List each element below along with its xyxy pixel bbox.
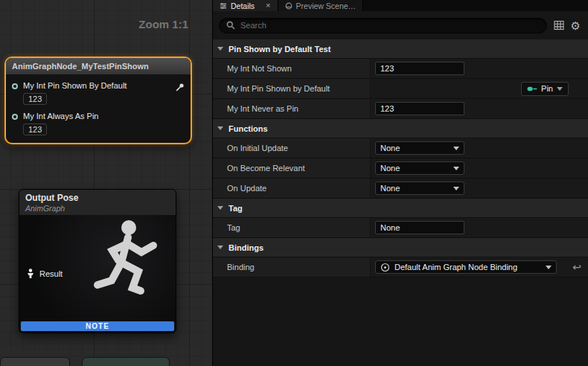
- function-select[interactable]: None: [375, 182, 464, 195]
- chevron-down-icon: [453, 147, 459, 150]
- chevron-down-icon: [217, 126, 223, 130]
- property-row-binding: Binding Default Anim Graph Node Binding …: [213, 257, 588, 277]
- category-title: Bindings: [229, 243, 263, 252]
- chevron-down-icon: [217, 47, 223, 51]
- property-label: On Become Relevant: [213, 158, 371, 178]
- function-select[interactable]: None: [375, 141, 464, 155]
- search-input[interactable]: [240, 21, 540, 30]
- binding-dropdown[interactable]: Default Anim Graph Node Binding: [375, 260, 557, 274]
- select-value: None: [380, 144, 400, 152]
- property-row-tag: Tag: [213, 218, 588, 238]
- node-title-bar[interactable]: AnimGraphNode_MyTestPinShown: [6, 58, 191, 74]
- tab-label: Details: [231, 1, 255, 10]
- node-title-bar[interactable]: Output Pose AnimGraph: [19, 190, 176, 215]
- category-title: Tag: [229, 204, 243, 213]
- category-title: Pin Shown by Default Test: [229, 45, 330, 54]
- property-row-on-become-relevant: On Become Relevant None: [213, 158, 588, 179]
- chevron-down-icon: [453, 187, 459, 190]
- mannequin-figure: [83, 215, 171, 321]
- property-label: My Int Never as Pin: [213, 99, 371, 118]
- property-row-my-int-not-shown: My Int Not Shown: [213, 59, 588, 79]
- panel-tab-bar: Details × Preview Scene…: [213, 0, 588, 11]
- chevron-down-icon: [453, 167, 459, 170]
- int-value-field[interactable]: [375, 62, 464, 75]
- pin-icon: [527, 86, 537, 92]
- node-pin-row: My Int Pin Shown By Default 123: [6, 74, 191, 105]
- property-label: My Int Not Shown: [213, 59, 371, 78]
- revert-arrow-icon[interactable]: ↩: [572, 262, 581, 272]
- offscreen-node-partial[interactable]: [0, 357, 70, 366]
- property-row-my-int-never-pin: My Int Never as Pin: [213, 99, 588, 119]
- pin-label: My Int Always As Pin: [23, 112, 98, 121]
- pin-visibility-icon[interactable]: [176, 83, 185, 92]
- property-row-my-int-pin-shown: My Int Pin Shown by Default Pin: [213, 79, 588, 99]
- property-label: On Initial Update: [213, 138, 371, 158]
- search-icon: [226, 21, 235, 30]
- unreal-editor-window: Zoom 1:1 AnimGraphNode_MyTestPinShown My…: [0, 0, 588, 366]
- property-list: Pin Shown by Default Test My Int Not Sho…: [213, 39, 588, 366]
- binding-icon: [380, 263, 390, 272]
- pin-state-value: Pin: [541, 84, 553, 93]
- binding-value: Default Anim Graph Node Binding: [394, 263, 517, 272]
- node-subtitle: AnimGraph: [25, 204, 170, 213]
- preview-scene-tab-icon: [285, 2, 293, 10]
- search-input-container[interactable]: [219, 18, 547, 33]
- settings-gear-icon[interactable]: ⚙: [571, 20, 581, 31]
- category-header-functions[interactable]: Functions: [213, 119, 588, 138]
- pose-preview-area: Result: [19, 215, 176, 321]
- result-pin-label: Result: [39, 269, 63, 278]
- node-title: Output Pose: [25, 193, 170, 203]
- pin-state-dropdown[interactable]: Pin: [521, 82, 569, 96]
- property-label: Binding: [213, 257, 371, 277]
- category-header-pin-shown[interactable]: Pin Shown by Default Test: [213, 39, 588, 59]
- select-value: None: [380, 164, 400, 173]
- category-title: Functions: [229, 124, 268, 133]
- pin-value-box[interactable]: 123: [23, 93, 47, 105]
- chevron-down-icon: [557, 87, 563, 91]
- select-value: None: [380, 184, 400, 193]
- int-pin-icon[interactable]: [12, 114, 18, 120]
- property-label: On Update: [213, 179, 371, 198]
- property-label: My Int Pin Shown by Default: [213, 79, 371, 98]
- result-pin-row[interactable]: Result: [26, 269, 63, 278]
- pin-label: My Int Pin Shown By Default: [23, 81, 127, 90]
- pin-value-box[interactable]: 123: [23, 123, 47, 135]
- int-pin-icon[interactable]: [12, 83, 18, 89]
- node-pin-row: My Int Always As Pin 123: [6, 105, 191, 135]
- details-panel: Details × Preview Scene… ⚙: [212, 0, 588, 366]
- chevron-down-icon: [217, 245, 223, 249]
- details-toolbar: ⚙: [213, 11, 588, 39]
- chevron-down-icon: [546, 266, 552, 269]
- category-header-bindings[interactable]: Bindings: [213, 238, 588, 257]
- grid-view-icon[interactable]: [554, 20, 564, 30]
- property-label: Tag: [213, 218, 371, 237]
- tab-details[interactable]: Details ×: [213, 0, 278, 11]
- function-select[interactable]: None: [375, 161, 464, 175]
- int-value-field[interactable]: [375, 102, 464, 115]
- chevron-down-icon: [217, 206, 223, 210]
- node-note-bar: NOTE: [21, 321, 174, 331]
- close-icon[interactable]: ×: [266, 1, 270, 10]
- anim-graph-canvas[interactable]: Zoom 1:1 AnimGraphNode_MyTestPinShown My…: [0, 0, 212, 366]
- zoom-level-label: Zoom 1:1: [138, 18, 188, 30]
- pose-pin-icon: [26, 269, 35, 278]
- tag-value-field[interactable]: [375, 221, 464, 234]
- property-row-on-update: On Update None: [213, 179, 588, 199]
- output-pose-node[interactable]: Output Pose AnimGraph: [19, 189, 176, 333]
- offscreen-node-partial[interactable]: [82, 357, 170, 366]
- anim-graph-node-selected[interactable]: AnimGraphNode_MyTestPinShown My Int Pin …: [4, 57, 192, 144]
- details-tab-icon: [220, 2, 227, 10]
- category-header-tag[interactable]: Tag: [213, 199, 588, 218]
- property-row-on-initial-update: On Initial Update None: [213, 138, 588, 158]
- tab-preview-scene[interactable]: Preview Scene…: [278, 0, 364, 11]
- tab-label: Preview Scene…: [296, 1, 357, 10]
